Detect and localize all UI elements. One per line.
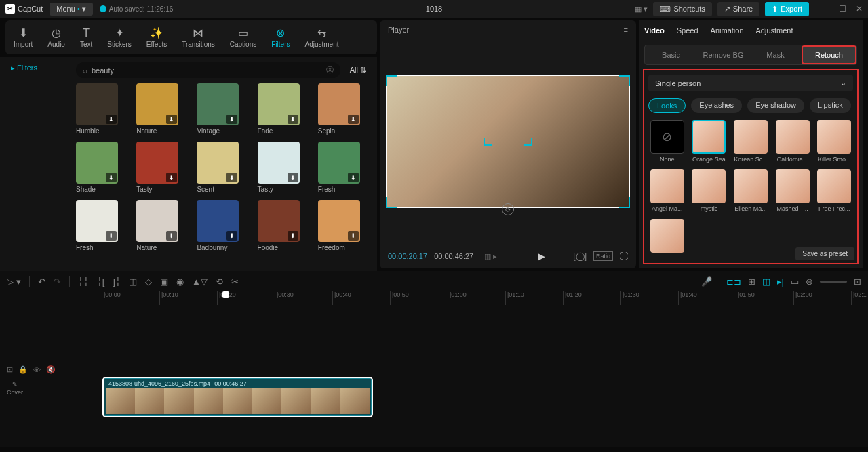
playhead-handle[interactable] (222, 291, 229, 298)
look-item[interactable]: Korean Sc... (732, 120, 770, 163)
inspector-tab-adjustment[interactable]: Adjustment (756, 26, 793, 35)
snap-icon[interactable]: ◫ (762, 276, 770, 287)
tab-adjustment[interactable]: ⇆Adjustment (302, 25, 341, 49)
tab-transitions[interactable]: ⋈Transitions (179, 25, 218, 49)
rotate-icon[interactable]: ⟲ (216, 276, 223, 287)
fullscreen-icon[interactable]: ⛶ (620, 251, 628, 261)
download-icon[interactable]: ⬇ (166, 231, 177, 241)
list-icon[interactable]: ▥ ▸ (484, 252, 497, 261)
timeline-ruler[interactable]: |00:00|00:10|00:20|00:30|00:40|00:50|01:… (0, 291, 868, 305)
layout-icon[interactable]: ▦ ▾ (635, 5, 648, 14)
look-item[interactable] (648, 219, 686, 255)
undo-icon[interactable]: ↶ (38, 276, 45, 287)
inspector-tab-speed[interactable]: Speed (677, 26, 698, 35)
look-item[interactable]: Angel Ma... (648, 169, 686, 212)
freeze-icon[interactable]: ▣ (160, 276, 168, 287)
download-icon[interactable]: ⬇ (166, 115, 177, 124)
download-icon[interactable]: ⬇ (226, 173, 237, 182)
video-canvas[interactable] (386, 75, 630, 208)
filter-thumb[interactable]: ⬇Shade (76, 142, 124, 193)
lock-icon[interactable]: 🔒 (18, 365, 28, 374)
download-icon[interactable]: ⬇ (288, 173, 298, 182)
share-button[interactable]: ↗ Share (717, 2, 760, 16)
track-icon[interactable]: ▭ (791, 276, 799, 287)
player-viewport[interactable]: ⟳ (380, 39, 636, 244)
zoom-out-icon[interactable]: ⊖ (806, 276, 813, 287)
cover-button[interactable]: ✎ Cover (5, 381, 24, 396)
tab-captions[interactable]: ▭Captions (227, 25, 259, 49)
person-dropdown[interactable]: Single person⌄ (648, 75, 853, 91)
look-cat-eyelashes[interactable]: Eyelashes (691, 98, 742, 113)
mic-icon[interactable]: 🎤 (701, 276, 712, 287)
look-item[interactable]: Killer Smo... (815, 120, 853, 163)
split-right-icon[interactable]: ]╎ (113, 276, 121, 287)
subtab-basic[interactable]: Basic (645, 45, 697, 64)
reverse-icon[interactable]: ◉ (176, 276, 184, 287)
tab-filters[interactable]: ⊗Filters (269, 25, 292, 49)
inspector-tab-animation[interactable]: Animation (711, 26, 744, 35)
look-item[interactable]: mystic (690, 169, 728, 212)
look-item[interactable]: Mashed T... (774, 169, 812, 212)
player-menu-icon[interactable]: ≡ (624, 26, 628, 34)
export-button[interactable]: ⬆ Export (765, 2, 809, 16)
ratio-button[interactable]: Ratio (593, 251, 613, 261)
filter-thumb[interactable]: ⬇Tasty (136, 142, 184, 193)
download-icon[interactable]: ⬇ (348, 231, 359, 241)
close-icon[interactable]: ✕ (856, 4, 863, 14)
all-toggle[interactable]: All ⇅ (347, 66, 369, 75)
mask-tool-icon[interactable]: ◇ (145, 276, 152, 287)
look-cat-lipstick[interactable]: Lipstick (810, 98, 851, 113)
look-item[interactable]: Eileen Ma... (732, 169, 770, 212)
look-item[interactable]: Free Frec... (815, 169, 853, 212)
filter-thumb[interactable]: ⬇Nature (136, 200, 184, 251)
download-icon[interactable]: ⬇ (226, 231, 237, 241)
split-icon[interactable]: ╎╎ (78, 276, 89, 287)
preview-icon[interactable]: ▸| (777, 276, 784, 287)
look-item[interactable]: Orange Sea (690, 120, 728, 163)
mute-icon[interactable]: 🔇 (46, 365, 56, 374)
pointer-tool-icon[interactable]: ▷ ▾ (7, 276, 21, 287)
tab-audio[interactable]: ◷Audio (45, 25, 68, 49)
crop-icon[interactable]: ◫ (129, 276, 137, 287)
subtab-remove-bg[interactable]: Remove BG (697, 45, 749, 64)
crop2-icon[interactable]: ✂ (231, 276, 239, 287)
subtab-mask[interactable]: Mask (749, 45, 802, 64)
tab-import[interactable]: ⬇Import (11, 25, 35, 49)
filter-thumb[interactable]: ⬇Scent (197, 142, 245, 193)
shortcuts-button[interactable]: ⌨ Shortcuts (653, 2, 711, 16)
download-icon[interactable]: ⬇ (166, 173, 177, 182)
filter-thumb[interactable]: ⬇Freedom (318, 200, 366, 251)
tab-stickers[interactable]: ✦Stickers (104, 25, 134, 49)
download-icon[interactable]: ⬇ (106, 173, 117, 182)
download-icon[interactable]: ⬇ (288, 115, 298, 124)
filter-thumb[interactable]: ⬇Badbunny (197, 200, 245, 251)
clear-icon[interactable]: ⓧ (326, 65, 334, 75)
inspector-tab-video[interactable]: Video (644, 26, 665, 35)
download-icon[interactable]: ⬇ (348, 115, 359, 124)
split-left-icon[interactable]: ╎[ (97, 276, 105, 287)
look-cat-looks[interactable]: Looks (648, 98, 686, 113)
look-item[interactable]: California... (774, 120, 812, 163)
download-icon[interactable]: ⬇ (106, 115, 117, 124)
download-icon[interactable]: ⬇ (106, 231, 117, 241)
filter-thumb[interactable]: ⬇Nature (136, 83, 184, 135)
tab-text[interactable]: TText (77, 26, 95, 49)
look-item[interactable]: ⊘None (648, 120, 686, 163)
zoom-slider[interactable] (820, 281, 847, 283)
video-clip[interactable]: 4153808-uhd_4096_2160_25fps.mp400:00:46:… (104, 378, 372, 416)
filter-thumb[interactable]: ⬇Fresh (76, 200, 124, 251)
filter-thumb[interactable]: ⬇Foodie (258, 200, 306, 251)
play-button[interactable]: ▶ (538, 251, 545, 262)
maximize-icon[interactable]: ☐ (839, 4, 846, 14)
link-icon[interactable]: ⊞ (748, 276, 755, 287)
tab-effects[interactable]: ✨Effects (144, 25, 170, 49)
look-cat-eye-shadow[interactable]: Eye shadow (747, 98, 804, 113)
scale-icon[interactable]: [◯] (573, 251, 587, 261)
eye-icon[interactable]: 👁 (33, 366, 41, 374)
zoom-fit-icon[interactable]: ⊡ (854, 276, 861, 287)
redo-icon[interactable]: ↷ (54, 276, 61, 287)
mirror-icon[interactable]: ▲▽ (192, 276, 208, 287)
tl-settings-icon[interactable]: ⊡ (7, 365, 13, 374)
sidebar-item-filters[interactable]: ▸ Filters (5, 62, 43, 74)
filter-thumb[interactable]: ⬇Fresh (318, 142, 366, 193)
